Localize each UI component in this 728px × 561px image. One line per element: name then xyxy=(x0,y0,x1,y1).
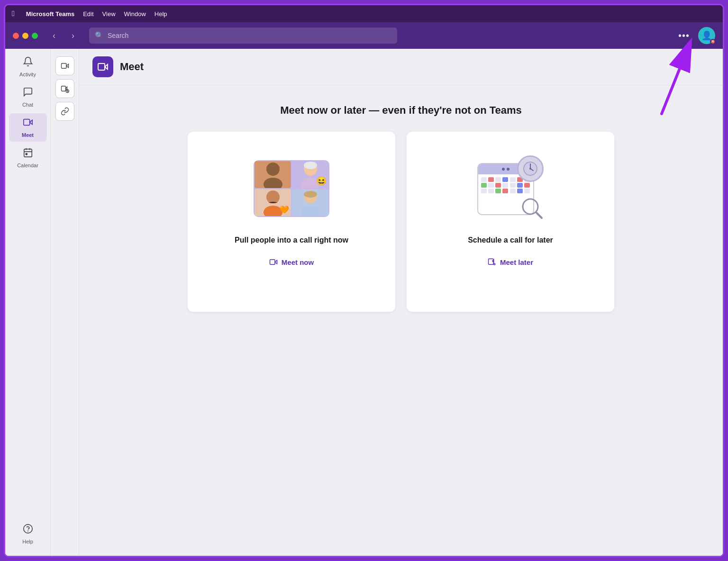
cards-row: 😆 🧡 xyxy=(188,132,614,312)
svg-point-23 xyxy=(529,168,531,170)
meet-sidebar-icon xyxy=(23,117,33,130)
vcg-person-2: 😆 xyxy=(292,161,328,188)
page-header: Meet xyxy=(79,49,723,85)
meet-later-action-label: Meet later xyxy=(500,258,533,266)
svg-rect-0 xyxy=(23,119,29,126)
help-icon xyxy=(23,524,33,537)
page-title: Meet xyxy=(120,61,144,73)
clock-illustration xyxy=(517,155,544,182)
svg-rect-6 xyxy=(61,86,65,91)
meet-later-card[interactable]: Schedule a call for later Meet later xyxy=(407,132,614,312)
meet-now-action-icon xyxy=(269,258,278,266)
meet-now-action-button[interactable] xyxy=(55,56,74,75)
sidebar-label-activity: Activity xyxy=(19,72,36,77)
search-icon: 🔍 xyxy=(95,31,104,40)
page-content: Meet Meet now or later — even if they're… xyxy=(79,49,723,556)
menu-view[interactable]: View xyxy=(102,10,116,18)
vcg-person-3: 🧡 xyxy=(255,189,291,216)
meet-later-subtitle: Schedule a call for later xyxy=(468,236,553,244)
chat-icon xyxy=(23,87,33,100)
sidebar-item-chat[interactable]: Chat xyxy=(9,83,47,111)
meet-later-illustration xyxy=(468,151,553,226)
meet-now-card[interactable]: 😆 🧡 xyxy=(188,132,395,312)
svg-point-13 xyxy=(304,162,317,169)
video-call-grid: 😆 🧡 xyxy=(254,160,329,217)
avatar-icon: 👤 xyxy=(701,30,712,41)
forward-button[interactable]: › xyxy=(66,29,80,42)
sidebar-item-meet[interactable]: Meet xyxy=(9,113,47,142)
sidebar-item-activity[interactable]: Activity xyxy=(9,53,47,81)
sidebar: Activity Chat xyxy=(5,49,51,556)
meet-page-icon xyxy=(92,56,113,77)
meet-now-action-label: Meet now xyxy=(282,258,314,266)
svg-rect-19 xyxy=(270,260,275,265)
svg-point-18 xyxy=(304,191,317,198)
menu-window[interactable]: Window xyxy=(124,10,146,18)
app-menu-name[interactable]: Microsoft Teams xyxy=(26,10,74,18)
svg-point-3 xyxy=(23,525,32,533)
action-bar xyxy=(51,49,79,556)
maximize-window-dot[interactable] xyxy=(32,33,38,39)
vcg-person-1 xyxy=(255,161,291,188)
activity-icon xyxy=(23,56,33,70)
meet-later-action-button[interactable] xyxy=(55,79,74,98)
back-button[interactable]: ‹ xyxy=(47,29,61,42)
meet-later-action[interactable]: Meet later xyxy=(480,254,541,270)
svg-rect-1 xyxy=(24,149,32,157)
vcg-person-4 xyxy=(292,189,328,216)
meet-later-action-icon xyxy=(488,258,496,266)
menu-help[interactable]: Help xyxy=(155,10,167,18)
sidebar-item-calendar[interactable]: Calendar xyxy=(9,144,47,172)
sidebar-label-meet: Meet xyxy=(22,132,34,138)
svg-rect-5 xyxy=(61,63,66,69)
mac-menubar:  Microsoft Teams Edit View Window Help xyxy=(5,5,723,22)
traffic-lights xyxy=(13,33,38,39)
avatar-badge: ✕ xyxy=(710,39,716,45)
meet-now-subtitle: Pull people into a call right now xyxy=(235,236,348,244)
svg-line-25 xyxy=(536,212,542,218)
search-bar[interactable]: 🔍 xyxy=(89,27,397,44)
svg-point-10 xyxy=(264,178,282,189)
svg-rect-2 xyxy=(26,154,27,155)
sidebar-label-chat: Chat xyxy=(22,102,33,108)
apple-logo-icon:  xyxy=(12,9,15,18)
meet-now-action[interactable]: Meet now xyxy=(262,254,321,270)
profile-avatar-button[interactable]: 👤 ✕ xyxy=(698,27,715,44)
main-area: Activity Chat xyxy=(5,49,723,556)
close-window-dot[interactable] xyxy=(13,33,19,39)
svg-point-17 xyxy=(301,206,320,217)
meet-now-illustration: 😆 🧡 xyxy=(249,151,334,226)
cards-area: Meet now or later — even if they're not … xyxy=(79,85,723,556)
svg-point-9 xyxy=(266,163,280,176)
calendar-illustration xyxy=(477,155,544,222)
toolbar-right: ••• 👤 ✕ xyxy=(674,27,715,44)
sidebar-item-help[interactable]: Help xyxy=(9,520,47,548)
copy-link-action-button[interactable] xyxy=(55,102,74,121)
headline: Meet now or later — even if they're not … xyxy=(280,104,522,117)
search-input[interactable] xyxy=(108,32,391,39)
svg-rect-8 xyxy=(98,63,105,70)
sidebar-label-calendar: Calendar xyxy=(17,163,38,168)
menu-edit[interactable]: Edit xyxy=(83,10,93,18)
toolbar: ‹ › 🔍 ••• 👤 ✕ xyxy=(5,22,723,49)
calendar-sidebar-icon xyxy=(23,147,33,161)
magnifier-icon xyxy=(520,196,544,222)
sidebar-label-help: Help xyxy=(22,539,33,544)
svg-point-14 xyxy=(266,190,280,204)
more-options-button[interactable]: ••• xyxy=(674,28,693,43)
minimize-window-dot[interactable] xyxy=(22,33,28,39)
